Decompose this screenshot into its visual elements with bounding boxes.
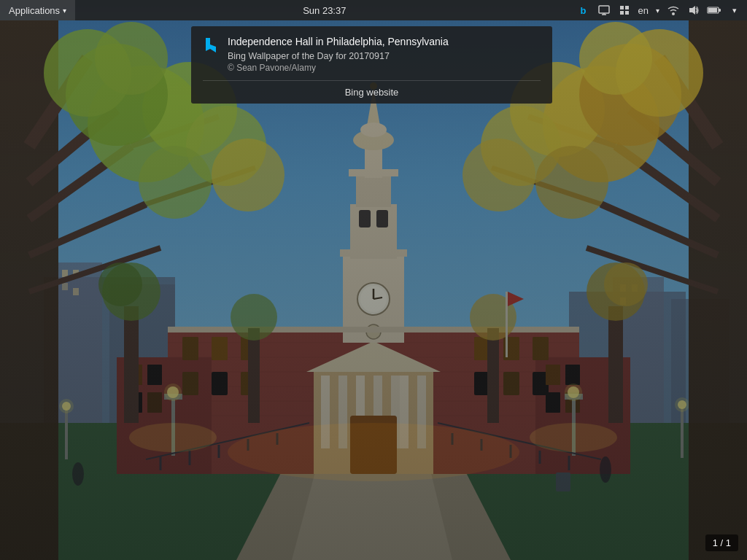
wallpaper-copyright: © Sean Pavone/Alamy	[228, 63, 449, 73]
svg-marker-173	[689, 6, 695, 15]
topbar: Applications ▾ Sun 23:37 b en	[0, 0, 747, 20]
topbar-right: b en ▾	[574, 0, 747, 20]
topbar-center: Sun 23:37	[75, 5, 573, 16]
volume-tray-icon[interactable]	[684, 0, 703, 20]
applications-menu-button[interactable]: Applications ▾	[0, 0, 75, 20]
page-indicator: 1 / 1	[705, 534, 738, 551]
bing-logo	[203, 36, 220, 61]
wallpaper-title: Independence Hall in Philadelphia, Penns…	[228, 35, 449, 50]
svg-rect-175	[708, 8, 717, 12]
bing-tray-icon[interactable]: b	[574, 0, 593, 20]
info-popup: Independence Hall in Philadelphia, Penns…	[191, 26, 552, 104]
info-text-block: Independence Hall in Philadelphia, Penns…	[228, 35, 449, 73]
more-tray-icon[interactable]: ▾	[725, 0, 744, 20]
grid-tray-icon[interactable]	[615, 0, 634, 20]
svg-rect-165	[599, 6, 609, 13]
language-selector[interactable]: en	[635, 0, 651, 20]
svg-rect-170	[620, 11, 624, 15]
language-chevron[interactable]: ▾	[653, 0, 662, 20]
svg-point-172	[672, 12, 675, 15]
display-tray-icon[interactable]	[595, 0, 614, 20]
language-label: en	[638, 5, 649, 16]
svg-rect-169	[625, 6, 629, 9]
wallpaper-subtitle: Bing Wallpaper of the Day for 20170917	[228, 51, 449, 61]
applications-label: Applications	[9, 5, 60, 16]
svg-point-164	[530, 423, 617, 452]
svg-rect-176	[719, 9, 721, 12]
info-popup-header: Independence Hall in Philadelphia, Penns…	[203, 35, 541, 73]
battery-tray-icon[interactable]	[705, 0, 724, 20]
svg-rect-171	[625, 11, 629, 15]
svg-point-162	[228, 423, 519, 481]
network-tray-icon[interactable]	[664, 0, 683, 20]
svg-rect-168	[620, 6, 624, 9]
clock-display: Sun 23:37	[303, 5, 346, 16]
applications-arrow-icon: ▾	[63, 7, 66, 15]
language-chevron-icon: ▾	[656, 7, 659, 15]
bing-website-button[interactable]: Bing website	[203, 80, 541, 104]
svg-point-163	[129, 423, 217, 452]
